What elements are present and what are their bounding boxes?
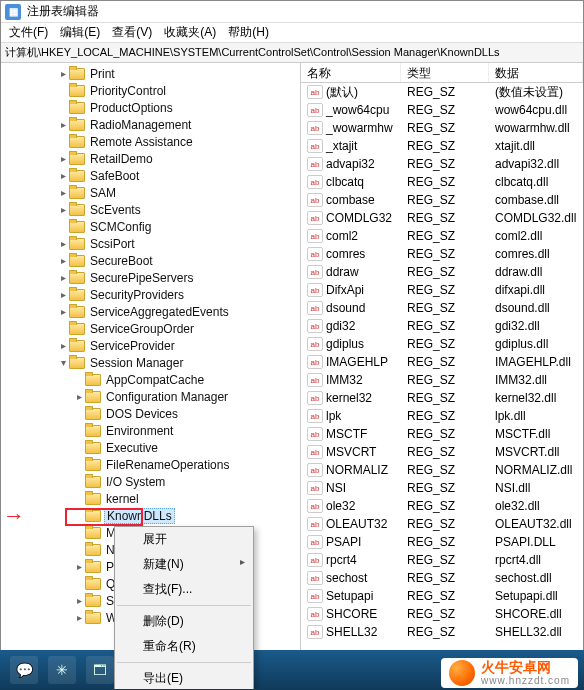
tree-item[interactable]: KnownDLLs: [1, 507, 300, 524]
expander-icon[interactable]: ▸: [57, 238, 69, 249]
list-row[interactable]: abcombaseREG_SZcombase.dll: [301, 191, 583, 209]
tree-item[interactable]: ▾Session Manager: [1, 354, 300, 371]
context-menu-item[interactable]: 导出(E): [115, 666, 253, 689]
context-menu-item[interactable]: 删除(D): [115, 609, 253, 634]
tree-item[interactable]: ▸SafeBoot: [1, 167, 300, 184]
value-type: REG_SZ: [401, 85, 489, 99]
value-type: REG_SZ: [401, 229, 489, 243]
expander-icon[interactable]: ▸: [57, 119, 69, 130]
expander-icon[interactable]: ▾: [57, 357, 69, 368]
list-row[interactable]: abdsoundREG_SZdsound.dll: [301, 299, 583, 317]
tree-item[interactable]: ▸Configuration Manager: [1, 388, 300, 405]
tree-item[interactable]: ▸ServiceAggregatedEvents: [1, 303, 300, 320]
tree-item[interactable]: kernel: [1, 490, 300, 507]
tree-item[interactable]: Environment: [1, 422, 300, 439]
tree-pane[interactable]: ▸PrintPriorityControlProductOptions▸Radi…: [1, 63, 301, 689]
tree-item[interactable]: ▸RadioManagement: [1, 116, 300, 133]
tree-item[interactable]: DOS Devices: [1, 405, 300, 422]
taskbar-chat-icon[interactable]: 💬: [10, 656, 38, 684]
list-row[interactable]: ab_wow64cpuREG_SZwow64cpu.dll: [301, 101, 583, 119]
taskbar-wechat-icon[interactable]: ✳: [48, 656, 76, 684]
column-data[interactable]: 数据: [489, 63, 583, 82]
list-row[interactable]: ab_wowarmhwREG_SZwowarmhw.dll: [301, 119, 583, 137]
list-row[interactable]: abcomresREG_SZcomres.dll: [301, 245, 583, 263]
tree-item[interactable]: SCMConfig: [1, 218, 300, 235]
expander-icon[interactable]: ▸: [57, 340, 69, 351]
list-row[interactable]: abCOMDLG32REG_SZCOMDLG32.dll: [301, 209, 583, 227]
tree-item[interactable]: ▸SecurePipeServers: [1, 269, 300, 286]
taskbar-file-icon[interactable]: 🗔: [86, 656, 114, 684]
context-menu-item[interactable]: 新建(N): [115, 552, 253, 577]
expander-icon[interactable]: ▸: [57, 204, 69, 215]
expander-icon[interactable]: ▸: [57, 170, 69, 181]
list-row[interactable]: abrpcrt4REG_SZrpcrt4.dll: [301, 551, 583, 569]
list-row[interactable]: abclbcatqREG_SZclbcatq.dll: [301, 173, 583, 191]
context-menu-item[interactable]: 重命名(R): [115, 634, 253, 659]
tree-item[interactable]: ProductOptions: [1, 99, 300, 116]
expander-icon[interactable]: ▸: [73, 595, 85, 606]
expander-icon[interactable]: ▸: [57, 187, 69, 198]
tree-item[interactable]: I/O System: [1, 473, 300, 490]
tree-item[interactable]: ▸SecureBoot: [1, 252, 300, 269]
context-menu-item[interactable]: 展开: [115, 527, 253, 552]
context-menu-item[interactable]: 查找(F)...: [115, 577, 253, 602]
column-type[interactable]: 类型: [401, 63, 489, 82]
list-row[interactable]: abIMAGEHLPREG_SZIMAGEHLP.dll: [301, 353, 583, 371]
list-row[interactable]: abOLEAUT32REG_SZOLEAUT32.dll: [301, 515, 583, 533]
tree-item[interactable]: ▸RetailDemo: [1, 150, 300, 167]
tree-item[interactable]: ServiceGroupOrder: [1, 320, 300, 337]
list-row[interactable]: abPSAPIREG_SZPSAPI.DLL: [301, 533, 583, 551]
menu-view[interactable]: 查看(V): [106, 22, 158, 43]
tree-item[interactable]: ▸SecurityProviders: [1, 286, 300, 303]
expander-icon[interactable]: ▸: [73, 391, 85, 402]
expander-icon[interactable]: ▸: [73, 612, 85, 623]
expander-icon[interactable]: ▸: [57, 68, 69, 79]
list-row[interactable]: abcoml2REG_SZcoml2.dll: [301, 227, 583, 245]
list-row[interactable]: abNORMALIZREG_SZNORMALIZ.dll: [301, 461, 583, 479]
list-row[interactable]: ab_xtajitREG_SZxtajit.dll: [301, 137, 583, 155]
list-row[interactable]: absechostREG_SZsechost.dll: [301, 569, 583, 587]
list-row[interactable]: abIMM32REG_SZIMM32.dll: [301, 371, 583, 389]
menu-edit[interactable]: 编辑(E): [54, 22, 106, 43]
list-row[interactable]: abSetupapiREG_SZSetupapi.dll: [301, 587, 583, 605]
path-bar[interactable]: 计算机\HKEY_LOCAL_MACHINE\SYSTEM\CurrentCon…: [1, 43, 583, 63]
list-row[interactable]: abgdiplusREG_SZgdiplus.dll: [301, 335, 583, 353]
list-row[interactable]: abgdi32REG_SZgdi32.dll: [301, 317, 583, 335]
menu-help[interactable]: 帮助(H): [222, 22, 275, 43]
value-name: kernel32: [326, 391, 372, 405]
expander-icon[interactable]: ▸: [57, 289, 69, 300]
list-row[interactable]: abDifxApiREG_SZdifxapi.dll: [301, 281, 583, 299]
expander-icon[interactable]: ▸: [57, 272, 69, 283]
tree-item[interactable]: FileRenameOperations: [1, 456, 300, 473]
tree-item[interactable]: Remote Assistance: [1, 133, 300, 150]
expander-icon[interactable]: ▸: [57, 153, 69, 164]
list-row[interactable]: abNSIREG_SZNSI.dll: [301, 479, 583, 497]
tree-item[interactable]: ▸Print: [1, 65, 300, 82]
tree-item[interactable]: PriorityControl: [1, 82, 300, 99]
list-row[interactable]: abMSCTFREG_SZMSCTF.dll: [301, 425, 583, 443]
tree-item[interactable]: ▸ScEvents: [1, 201, 300, 218]
list-pane[interactable]: 名称 类型 数据 ab(默认)REG_SZ(数值未设置)ab_wow64cpuR…: [301, 63, 583, 689]
list-row[interactable]: abkernel32REG_SZkernel32.dll: [301, 389, 583, 407]
tree-item[interactable]: ▸SAM: [1, 184, 300, 201]
list-row[interactable]: abMSVCRTREG_SZMSVCRT.dll: [301, 443, 583, 461]
list-row[interactable]: abSHELL32REG_SZSHELL32.dll: [301, 623, 583, 641]
list-row[interactable]: abole32REG_SZole32.dll: [301, 497, 583, 515]
menu-file[interactable]: 文件(F): [3, 22, 54, 43]
list-row[interactable]: ab(默认)REG_SZ(数值未设置): [301, 83, 583, 101]
list-row[interactable]: abddrawREG_SZddraw.dll: [301, 263, 583, 281]
list-row[interactable]: abadvapi32REG_SZadvapi32.dll: [301, 155, 583, 173]
tree-item[interactable]: Executive: [1, 439, 300, 456]
tree-item[interactable]: ▸ScsiPort: [1, 235, 300, 252]
tree-item[interactable]: ▸ServiceProvider: [1, 337, 300, 354]
list-row[interactable]: abSHCOREREG_SZSHCORE.dll: [301, 605, 583, 623]
expander-icon[interactable]: ▸: [57, 306, 69, 317]
column-name[interactable]: 名称: [301, 63, 401, 82]
menu-favorites[interactable]: 收藏夹(A): [158, 22, 222, 43]
tree-item[interactable]: AppCompatCache: [1, 371, 300, 388]
expander-icon[interactable]: ▸: [73, 561, 85, 572]
list-row[interactable]: ablpkREG_SZlpk.dll: [301, 407, 583, 425]
string-value-icon: ab: [307, 121, 323, 135]
expander-icon[interactable]: ▸: [57, 255, 69, 266]
value-type: REG_SZ: [401, 553, 489, 567]
